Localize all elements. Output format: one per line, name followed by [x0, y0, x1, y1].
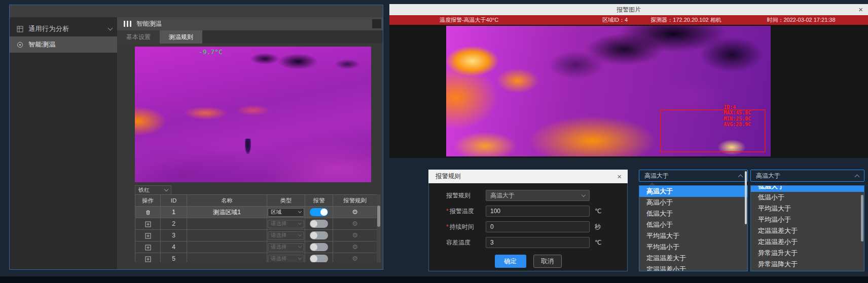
alarm-toggle[interactable]	[310, 220, 328, 228]
cancel-button[interactable]: 取消	[533, 255, 562, 268]
dialog-buttons: 确定 取消	[429, 255, 627, 268]
dropdown-scrollbar-thumb[interactable]	[745, 171, 747, 224]
dropdown-scrollbar-thumb[interactable]	[861, 195, 863, 241]
thermal-preview-image: -9.7°C	[135, 47, 371, 182]
dialog-field-row: 容差温度℃	[446, 236, 627, 249]
temperature-overlay-label: -9.7°C	[199, 48, 223, 56]
type-select-value: 请选择	[271, 255, 287, 262]
window-header-strip	[10, 5, 383, 18]
type-select-value: 区域	[271, 209, 281, 216]
dropdown-option[interactable]: 低温小于	[751, 192, 864, 203]
alarm-rules-dialog: 报警规则 × 报警规则高温大于*报警温度℃*持续时间秒容差温度℃ 确定 取消	[428, 170, 628, 271]
dropdown-option[interactable]: 低温大于	[751, 185, 864, 192]
dropdown-option[interactable]: 定温温差大于	[751, 225, 864, 236]
dropdown-option[interactable]: 定温温差小于	[639, 264, 747, 271]
type-select[interactable]: 请选择	[268, 220, 304, 228]
alarm-toggle[interactable]	[310, 255, 328, 262]
dropdown-option[interactable]: 低温大于	[639, 208, 747, 219]
scrollbar-thumb[interactable]	[377, 206, 380, 227]
dropdown-option[interactable]: 异常温升大于	[751, 248, 864, 259]
gear-icon[interactable]: ⚙	[352, 220, 358, 227]
chevron-down-icon	[164, 187, 168, 191]
table-row: 2请选择⚙	[135, 218, 377, 230]
chevron-up-icon	[738, 174, 743, 179]
tab-0[interactable]: 基本设置	[117, 30, 160, 44]
grid-icon	[17, 26, 24, 32]
rule-type-select[interactable]: 高温大于	[486, 190, 590, 201]
palette-select[interactable]: 铁红	[135, 185, 171, 195]
dropdown-option[interactable]: 高温小于	[639, 197, 747, 208]
column-header: ID	[161, 195, 187, 207]
gear-icon[interactable]: ⚙	[352, 208, 358, 216]
row-id: 3	[161, 230, 187, 241]
alarm-toggle[interactable]	[310, 208, 328, 216]
dropdown-option[interactable]: 平均温大于	[751, 203, 864, 214]
gear-icon[interactable]: ⚙	[352, 243, 358, 251]
rules-table-container: 操作ID名称类型报警报警规则1测温区域1区域⚙2请选择⚙3请选择⚙4请选择⚙5请…	[135, 194, 381, 262]
alarm-type-text: 温度报警-高温大于40°C	[440, 15, 498, 25]
gear-icon[interactable]: ⚙	[352, 255, 358, 262]
type-select[interactable]: 请选择	[268, 255, 304, 263]
dropdown-option[interactable]: 平均温小于	[751, 214, 864, 225]
dropdown-option[interactable]: 低温小于	[639, 219, 747, 230]
chevron-down-icon	[298, 233, 302, 236]
dialog-close-icon[interactable]: ×	[617, 172, 622, 181]
type-select[interactable]: 区域	[268, 208, 304, 217]
trash-icon[interactable]	[145, 210, 151, 216]
dropdown-option[interactable]: 定温温差大于	[639, 253, 747, 264]
field-input[interactable]	[486, 206, 590, 217]
gear-icon[interactable]: ⚙	[352, 231, 358, 239]
table-scrollbar[interactable]	[377, 194, 381, 262]
rule-select-a[interactable]: 高温大于	[639, 170, 748, 182]
row-id: 4	[161, 241, 187, 253]
field-unit: 秒	[595, 223, 601, 231]
row-id: 5	[161, 253, 187, 263]
rules-table: 操作ID名称类型报警报警规则1测温区域1区域⚙2请选择⚙3请选择⚙4请选择⚙5请…	[135, 194, 377, 262]
type-select-value: 请选择	[271, 232, 287, 239]
desktop: 通用行为分析智能测温 智能测温 基本设置测温规则 -9.7°C 铁红 操作ID名…	[0, 0, 868, 283]
alarm-toggle[interactable]	[310, 243, 328, 251]
dialog-titlebar: 报警规则 ×	[428, 170, 628, 183]
chevron-up-icon	[855, 174, 860, 179]
bottom-strip	[0, 276, 868, 283]
confirm-button[interactable]: 确定	[495, 255, 526, 268]
plus-icon[interactable]	[145, 233, 151, 239]
type-select[interactable]: 请选择	[268, 231, 304, 240]
dropdown-option[interactable]: 平均温小于	[639, 241, 747, 253]
column-header: 操作	[135, 195, 161, 207]
content-title: 智能测温	[136, 20, 162, 28]
dropdown-option[interactable]: 异常温降大于	[751, 259, 864, 270]
content-header: 智能测温	[117, 17, 383, 30]
close-icon[interactable]: ×	[858, 4, 863, 15]
field-input[interactable]	[486, 221, 590, 232]
rule-type-select-value: 高温大于	[490, 191, 515, 200]
rule-dropdown-a: 高温大于 高温大于高温小于低温大于低温小于平均温大于平均温小于定温温差大于定温温…	[639, 170, 748, 182]
alarm-toggle[interactable]	[310, 231, 328, 239]
dropdown-option[interactable]: 定温温差小于	[751, 236, 864, 248]
column-header: 名称	[187, 195, 267, 207]
window-titlebar: 报警图片 ×	[389, 4, 868, 15]
menu-bars-icon	[124, 21, 131, 27]
sidebar-item-1[interactable]: 智能测温	[10, 36, 117, 53]
plus-icon[interactable]	[145, 256, 151, 262]
region-name	[187, 230, 267, 241]
plus-icon[interactable]	[145, 221, 151, 227]
settings-window: 通用行为分析智能测温 智能测温 基本设置测温规则 -9.7°C 铁红 操作ID名…	[9, 5, 383, 270]
region-name	[187, 218, 267, 230]
plus-icon[interactable]	[145, 245, 151, 251]
corner-button[interactable]	[372, 19, 381, 28]
detector-text: 探测器：172.20.20.102 相机	[650, 15, 721, 25]
tab-1[interactable]: 测温规则	[160, 30, 202, 44]
field-label: 报警规则	[446, 191, 486, 200]
person-silhouette	[245, 139, 251, 154]
rule-select-b[interactable]: 高温大于	[750, 170, 864, 182]
toggle-knob	[310, 244, 317, 251]
column-header: 报警	[305, 195, 333, 207]
sidebar-item-label: 通用行为分析	[28, 24, 108, 33]
field-input[interactable]	[486, 237, 590, 248]
region-name: 测温区域1	[187, 207, 267, 218]
sidebar-item-0[interactable]: 通用行为分析	[10, 21, 117, 36]
dropdown-option[interactable]: 高温大于	[639, 186, 747, 197]
type-select[interactable]: 请选择	[268, 243, 304, 252]
dropdown-option[interactable]: 平均温大于	[639, 230, 747, 241]
